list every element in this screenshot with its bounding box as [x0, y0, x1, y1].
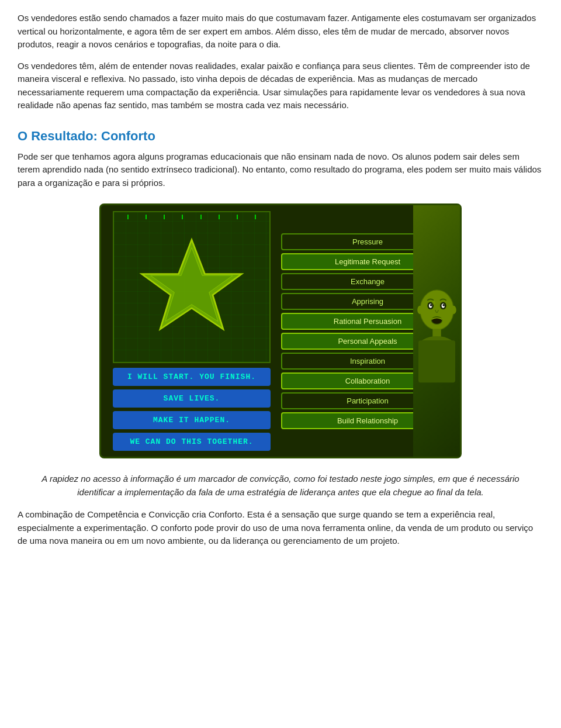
tick-8: [255, 215, 256, 219]
tick-2: [146, 215, 147, 219]
tick-3: [164, 215, 165, 219]
face-character: [413, 205, 460, 457]
tick-1: [127, 215, 129, 219]
ticker-marks: [114, 215, 269, 219]
star-display: [113, 211, 271, 363]
game-container: I WILL START. YOU FINISH.SAVE LIVES.MAKE…: [99, 203, 462, 458]
character-face-icon: [415, 278, 459, 384]
paragraph-2: Os vendedores têm, além de entender nova…: [18, 60, 543, 112]
svg-point-11: [451, 306, 456, 314]
svg-marker-1: [151, 248, 233, 322]
left-game-button-2[interactable]: MAKE IT HAPPEN.: [113, 411, 271, 429]
game-box: I WILL START. YOU FINISH.SAVE LIVES.MAKE…: [99, 203, 462, 458]
paragraph-1: Os vendedores estão sendo chamados a faz…: [18, 12, 543, 51]
svg-point-15: [432, 301, 435, 305]
svg-point-10: [417, 306, 423, 314]
paragraph-3: Pode ser que tenhamos agora alguns progr…: [18, 150, 543, 190]
tick-7: [237, 215, 238, 219]
paragraph-4: A combinação de Competência e Convicção …: [18, 508, 543, 548]
left-game-button-3[interactable]: WE CAN DO THIS TOGETHER.: [113, 433, 271, 451]
tick-5: [200, 215, 202, 219]
svg-rect-14: [418, 340, 455, 382]
section-title: O Resultado: Conforto: [18, 126, 543, 146]
left-game-button-0[interactable]: I WILL START. YOU FINISH.: [113, 368, 271, 386]
caption-block: A rapidez no acesso à informação é um ma…: [29, 472, 532, 499]
left-button-group: I WILL START. YOU FINISH.SAVE LIVES.MAKE…: [113, 368, 271, 451]
left-game-button-1[interactable]: SAVE LIVES.: [113, 389, 271, 408]
tick-6: [219, 215, 220, 219]
game-left-panel: I WILL START. YOU FINISH.SAVE LIVES.MAKE…: [107, 211, 276, 451]
svg-point-8: [442, 304, 445, 306]
tick-4: [182, 215, 183, 219]
svg-point-7: [430, 304, 432, 306]
star-icon: [139, 234, 244, 340]
